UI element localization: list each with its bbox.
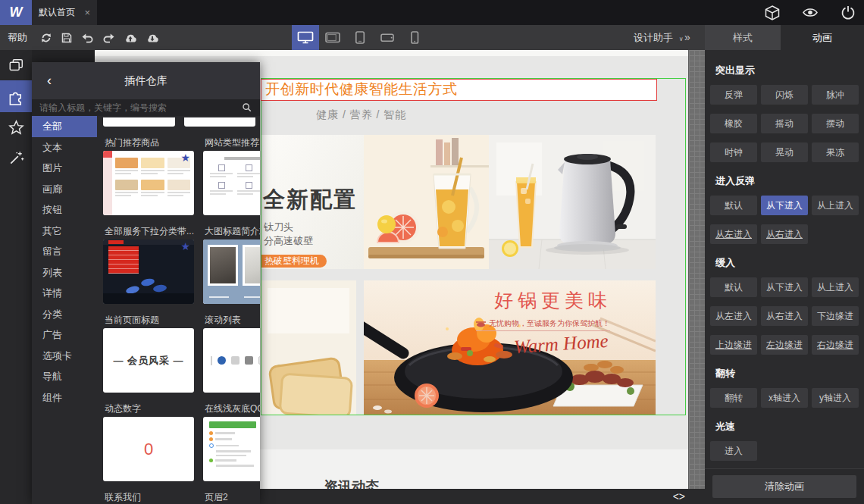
hero-title-box[interactable]: 开创新时代健康智能生活方式: [261, 79, 657, 101]
deco: [203, 239, 260, 304]
category-nav[interactable]: 导航: [32, 366, 97, 387]
anim-option-button-selected[interactable]: 从下进入: [761, 196, 808, 215]
sidebar-pages-button[interactable]: [0, 50, 32, 80]
category-all[interactable]: 全部: [32, 116, 97, 137]
favorite-star-icon[interactable]: ★: [180, 241, 190, 252]
plugin-card-cell: 网站类型推荐 ★: [203, 136, 260, 215]
card-thumbnail-dropdown-menu[interactable]: ★: [103, 239, 194, 304]
partial-card[interactable]: [184, 117, 256, 127]
back-chevron-icon[interactable]: ‹: [47, 62, 52, 99]
anim-option-button[interactable]: 翻转: [710, 388, 757, 408]
cloud-upload-icon[interactable]: [124, 32, 137, 43]
anim-option-button[interactable]: y轴进入: [812, 388, 859, 408]
undo-icon[interactable]: [81, 32, 94, 43]
card-thumbnail-logo-scroll[interactable]: ★: [203, 328, 260, 393]
anim-option-button[interactable]: 果冻: [812, 142, 859, 162]
product-banner[interactable]: 全新配置 钛刀头 分高速破壁 热破壁料理机: [261, 135, 656, 269]
anim-option-button[interactable]: 闪烁: [761, 85, 808, 105]
anim-option-button[interactable]: 晃动: [761, 142, 808, 162]
collapse-panel-icon[interactable]: »: [684, 25, 690, 50]
anim-option-button[interactable]: 反弹: [710, 85, 757, 105]
category-image[interactable]: 图片: [32, 158, 97, 179]
sidebar-wizard-button[interactable]: [0, 142, 32, 173]
category-detail[interactable]: 详情: [32, 283, 97, 304]
sidebar-plugins-button[interactable]: [0, 80, 32, 112]
card-thumbnail-dynamic-number[interactable]: 0: [103, 417, 194, 481]
category-text[interactable]: 文本: [32, 137, 97, 158]
tab-animation[interactable]: 动画: [781, 25, 864, 50]
design-assistant-menu[interactable]: 设计助手 ∨: [634, 25, 683, 52]
anim-option-button[interactable]: 从左进入: [710, 224, 757, 244]
design-assistant-label: 设计助手: [634, 32, 673, 43]
category-list[interactable]: 列表: [32, 262, 97, 283]
device-phone-landscape-button[interactable]: [374, 25, 401, 50]
card-thumbnail-hot-products[interactable]: ★: [103, 151, 194, 215]
device-desktop-button[interactable]: [292, 25, 319, 50]
cloud-download-icon[interactable]: [146, 32, 159, 43]
partial-card[interactable]: [103, 117, 175, 127]
tab-close-icon[interactable]: ×: [84, 7, 90, 18]
anim-option-button[interactable]: 摆动: [812, 114, 859, 133]
category-ad[interactable]: 广告: [32, 324, 97, 346]
toast-image[interactable]: [261, 280, 356, 415]
card-thumbnail-site-types[interactable]: ★: [203, 151, 260, 215]
category-tabs[interactable]: 选项卡: [32, 346, 97, 367]
category-button[interactable]: 按钮: [32, 199, 97, 221]
clear-animation-button[interactable]: 清除动画: [712, 475, 856, 498]
hero-tagline[interactable]: 健康 / 营养 / 智能: [316, 108, 406, 122]
anim-option-button[interactable]: 脉冲: [812, 85, 859, 105]
search-input[interactable]: [32, 99, 236, 116]
device-phone-portrait-button[interactable]: [401, 25, 428, 50]
power-exit-icon[interactable]: [840, 5, 856, 21]
anim-option-button[interactable]: 从右进入: [761, 224, 808, 244]
anim-option-button[interactable]: 摇动: [761, 114, 808, 133]
section-heading-enter-bounce: 进入反弹: [715, 174, 859, 188]
news-heading[interactable]: 资讯动态: [324, 477, 379, 489]
card-thumbnail-page-title[interactable]: — 会员风采 —: [103, 328, 194, 393]
wok-banner-title: 好锅更美味: [494, 288, 612, 313]
anim-option-button[interactable]: 从右进入: [761, 306, 808, 326]
card-thumbnail-image-slider[interactable]: [203, 239, 260, 304]
anim-option-button[interactable]: 右边缘进: [812, 335, 859, 355]
category-other[interactable]: 其它: [32, 221, 97, 242]
card-thumbnail-qq-service[interactable]: [203, 417, 260, 481]
card-title: 网站类型推荐: [205, 136, 260, 147]
anim-option-button[interactable]: 从左进入: [710, 306, 757, 326]
anim-option-button[interactable]: 默认: [710, 277, 757, 297]
anim-option-button[interactable]: 从下进入: [761, 277, 808, 297]
category-message[interactable]: 留言: [32, 241, 97, 262]
plugin-card-cell: 页眉2: [203, 491, 260, 504]
anim-option-button[interactable]: 默认: [710, 196, 757, 215]
sidebar-favorites-button[interactable]: [0, 112, 32, 142]
anim-option-button[interactable]: 橡胶: [710, 114, 757, 133]
category-classify[interactable]: 分类: [32, 304, 97, 325]
anim-option-button[interactable]: 进入: [710, 441, 757, 461]
page-tab[interactable]: 默认首页 ×: [32, 0, 97, 25]
anim-option-button[interactable]: 左边缘进: [761, 335, 808, 355]
anim-option-button[interactable]: 时钟: [710, 142, 757, 162]
wok-banner[interactable]: 好锅更美味 无忧购物，至诚服务为你保驾护航！ Warm Home: [364, 280, 656, 415]
save-icon[interactable]: [61, 32, 73, 44]
preview-eye-icon[interactable]: [802, 5, 819, 20]
anim-option-button[interactable]: x轴进入: [761, 388, 808, 408]
device-tablet-portrait-button[interactable]: [346, 25, 374, 50]
category-gallery[interactable]: 画廊: [32, 179, 97, 200]
anim-option-button[interactable]: 从上进入: [812, 196, 859, 215]
device-tablet-landscape-button[interactable]: [319, 25, 346, 50]
search-icon[interactable]: [242, 102, 252, 113]
refresh-icon[interactable]: [40, 32, 52, 44]
anim-option-button[interactable]: 从上进入: [812, 277, 859, 297]
banner-tag-pill: 热破壁料理机: [261, 255, 327, 268]
category-component[interactable]: 组件: [32, 387, 97, 409]
magic-wand-icon: [8, 149, 25, 167]
redo-icon[interactable]: [102, 32, 115, 43]
favorite-star-icon[interactable]: ★: [180, 152, 190, 163]
app-logo[interactable]: W: [0, 0, 32, 25]
code-view-icon[interactable]: <>: [673, 490, 685, 502]
deco: [203, 417, 260, 481]
help-menu[interactable]: 帮助: [8, 25, 27, 50]
preview-3d-icon[interactable]: [764, 5, 781, 21]
anim-option-button[interactable]: 上边缘进: [710, 335, 757, 355]
tab-style[interactable]: 样式: [705, 25, 781, 50]
anim-option-button[interactable]: 下边缘进: [812, 306, 859, 326]
